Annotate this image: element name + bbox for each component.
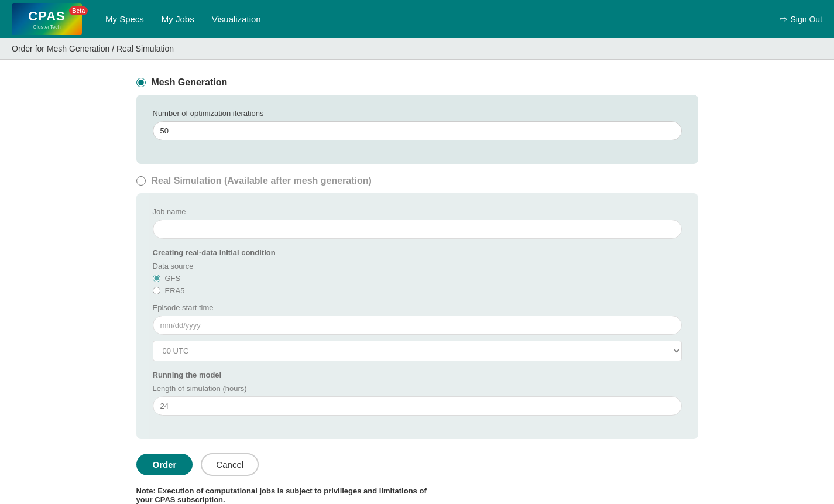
date-field-group bbox=[153, 316, 682, 335]
real-simulation-card: Job name Creating real-data initial cond… bbox=[136, 193, 698, 439]
job-name-input[interactable] bbox=[153, 220, 682, 239]
real-simulation-section: Real Simulation (Available after mesh ge… bbox=[136, 176, 698, 439]
logo-text: CPAS bbox=[28, 9, 66, 23]
note-text: Note: Execution of computational jobs is… bbox=[136, 486, 429, 504]
sim-length-label: Length of simulation (hours) bbox=[153, 384, 682, 393]
buttons-row: Order Cancel bbox=[136, 453, 698, 476]
nav-links: My Specs My Jobs Visualization bbox=[105, 14, 780, 24]
sim-length-input[interactable] bbox=[153, 396, 682, 416]
beta-badge: Beta bbox=[69, 6, 88, 15]
breadcrumb: Order for Mesh Generation / Real Simulat… bbox=[0, 38, 834, 60]
date-input[interactable] bbox=[153, 316, 682, 335]
mesh-generation-radio[interactable] bbox=[136, 78, 146, 87]
data-source-radio-group: GFS ERA5 bbox=[153, 274, 682, 295]
job-name-group: Job name bbox=[153, 207, 682, 239]
signout-icon: ⇨ bbox=[780, 13, 787, 25]
logo: CPAS ClusterTech Beta bbox=[12, 3, 82, 35]
mesh-generation-label[interactable]: Mesh Generation bbox=[152, 77, 228, 88]
main-content: Mesh Generation Number of optimization i… bbox=[125, 60, 710, 504]
opt-iterations-input[interactable] bbox=[153, 121, 682, 140]
signout-button[interactable]: ⇨ Sign Out bbox=[780, 13, 822, 25]
nav-my-specs[interactable]: My Specs bbox=[105, 14, 144, 24]
navbar: CPAS ClusterTech Beta My Specs My Jobs V… bbox=[0, 0, 834, 38]
order-button[interactable]: Order bbox=[136, 454, 193, 475]
real-simulation-label[interactable]: Real Simulation (Available after mesh ge… bbox=[152, 176, 372, 186]
running-section-label: Running the model bbox=[153, 371, 682, 379]
creating-section-group: Creating real-data initial condition Dat… bbox=[153, 248, 682, 361]
mesh-generation-section: Mesh Generation Number of optimization i… bbox=[136, 77, 698, 164]
utc-select[interactable]: 00 UTC 06 UTC 12 UTC 18 UTC bbox=[153, 341, 682, 361]
gfs-option[interactable]: GFS bbox=[153, 274, 682, 283]
opt-iterations-label: Number of optimization iterations bbox=[153, 109, 682, 118]
note-bold: Note: Execution of computational jobs is… bbox=[136, 486, 427, 504]
running-section-group: Running the model Length of simulation (… bbox=[153, 371, 682, 416]
signout-label: Sign Out bbox=[791, 15, 822, 24]
era5-radio[interactable] bbox=[153, 287, 160, 294]
gfs-label: GFS bbox=[165, 274, 181, 283]
episode-start-label: Episode start time bbox=[153, 303, 682, 312]
mesh-generation-card: Number of optimization iterations bbox=[136, 95, 698, 164]
gfs-radio[interactable] bbox=[153, 275, 160, 282]
era5-label: ERA5 bbox=[165, 286, 185, 295]
cancel-button[interactable]: Cancel bbox=[201, 453, 259, 476]
nav-my-jobs[interactable]: My Jobs bbox=[162, 14, 194, 24]
job-name-label: Job name bbox=[153, 207, 682, 216]
real-simulation-radio[interactable] bbox=[136, 176, 146, 186]
mesh-generation-header: Mesh Generation bbox=[136, 77, 698, 88]
nav-visualization[interactable]: Visualization bbox=[212, 14, 261, 24]
logo-sub: ClusterTech bbox=[28, 24, 66, 30]
opt-iterations-group: Number of optimization iterations bbox=[153, 109, 682, 140]
era5-option[interactable]: ERA5 bbox=[153, 286, 682, 295]
real-simulation-header: Real Simulation (Available after mesh ge… bbox=[136, 176, 698, 186]
data-source-label: Data source bbox=[153, 262, 682, 270]
creating-section-label: Creating real-data initial condition bbox=[153, 248, 682, 257]
